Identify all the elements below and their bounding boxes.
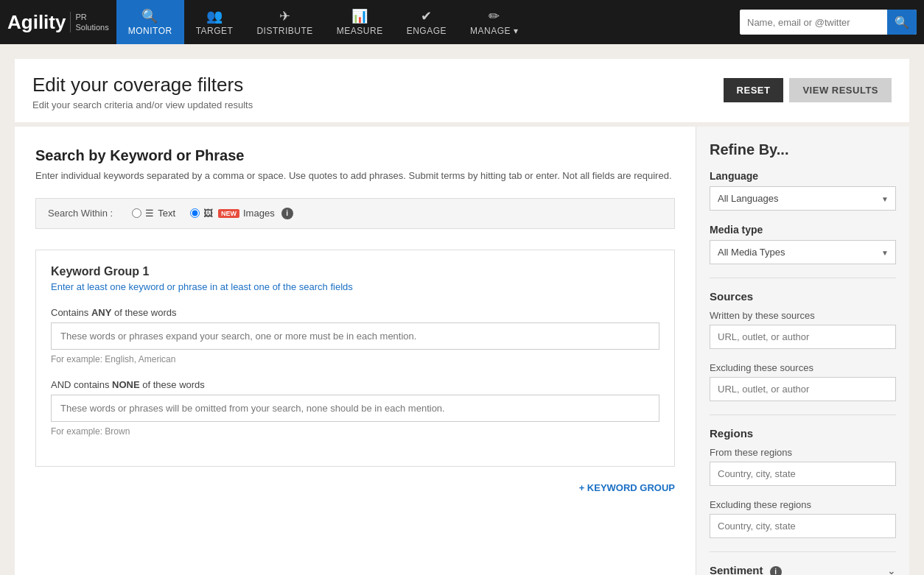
engage-icon: ✔: [421, 8, 433, 24]
media-type-select[interactable]: All Media Types Online Print TV: [710, 240, 896, 264]
contains-any-example: For example: English, American: [51, 354, 659, 364]
contains-any-label: Contains ANY of these words: [51, 307, 659, 318]
language-label: Language: [710, 170, 896, 182]
written-by-label: Written by these sources: [710, 310, 896, 321]
new-badge: NEW: [218, 209, 239, 218]
text-icon: ☰: [145, 208, 154, 219]
excluding-regions-label: Excluding these regions: [710, 499, 896, 510]
images-info-icon[interactable]: i: [281, 208, 293, 219]
monitor-icon: 🔍: [141, 8, 158, 24]
sentiment-row[interactable]: Sentiment i ⌄: [710, 551, 896, 575]
from-regions-label: From these regions: [710, 447, 896, 458]
sentiment-chevron-icon: ⌄: [887, 565, 896, 575]
nav-engage-label: ENGAGE: [407, 26, 447, 36]
nav-distribute-label: DISTRIBUTE: [256, 26, 312, 36]
search-input[interactable]: [740, 10, 887, 35]
nav-target-label: TARGET: [196, 26, 234, 36]
nav-monitor[interactable]: 🔍 MONITOR: [116, 0, 184, 44]
global-search: 🔍: [740, 10, 917, 35]
view-results-button[interactable]: VIEW RESULTS: [789, 78, 892, 102]
media-type-filter: Media type All Media Types Online Print …: [710, 224, 896, 264]
page-subtitle: Edit your search criteria and/or view up…: [32, 99, 253, 110]
page-wrapper: Edit your coverage filters Edit your sea…: [0, 44, 924, 575]
distribute-icon: ✈: [279, 8, 291, 24]
nav-manage[interactable]: ✏ MANAGE ▾: [458, 0, 530, 44]
sources-filter: Written by these sources: [710, 310, 896, 349]
text-radio-option[interactable]: ☰ Text: [132, 208, 175, 219]
page-title: Edit your coverage filters: [32, 74, 253, 96]
regions-section-label: Regions: [710, 415, 896, 440]
images-radio[interactable]: [190, 208, 200, 218]
nav-manage-label: MANAGE ▾: [470, 26, 518, 36]
text-radio[interactable]: [132, 208, 141, 218]
brand-pr-solutions: PR Solutions: [70, 12, 108, 33]
media-type-select-wrapper: All Media Types Online Print TV: [710, 240, 896, 264]
search-section-title: Search by Keyword or Phrase: [35, 147, 675, 164]
sources-section-label: Sources: [710, 278, 896, 303]
language-select[interactable]: All Languages English French Spanish: [710, 186, 896, 211]
contains-none-example: For example: Brown: [51, 426, 659, 437]
excluding-sources-filter: Excluding these sources: [710, 362, 896, 401]
excluding-sources-input[interactable]: [710, 377, 896, 401]
header-actions: RESET VIEW RESULTS: [724, 78, 892, 102]
excluding-sources-label: Excluding these sources: [710, 362, 896, 373]
contains-none-label: AND contains NONE of these words: [51, 379, 659, 390]
search-within-row: Search Within : ☰ Text 🖼 NEW Images i: [35, 198, 675, 229]
page-header: Edit your coverage filters Edit your sea…: [15, 59, 909, 122]
sentiment-info-icon[interactable]: i: [770, 566, 782, 576]
excluding-regions-filter: Excluding these regions: [710, 499, 896, 538]
refine-title: Refine By...: [710, 141, 896, 158]
navbar: Agility PR Solutions 🔍 MONITOR 👥 TARGET …: [0, 0, 924, 44]
nav-measure-label: MEASURE: [337, 26, 383, 36]
header-text: Edit your coverage filters Edit your sea…: [32, 74, 253, 110]
add-keyword-group-button[interactable]: + KEYWORD GROUP: [579, 482, 675, 493]
main-content: Search by Keyword or Phrase Enter indivi…: [15, 127, 909, 575]
nav-measure[interactable]: 📊 MEASURE: [325, 0, 395, 44]
excluding-regions-input[interactable]: [710, 514, 896, 538]
from-regions-input[interactable]: [710, 462, 896, 486]
from-regions-filter: From these regions: [710, 447, 896, 486]
search-section-desc: Enter individual keywords separated by a…: [35, 169, 675, 183]
keyword-group-desc: Enter at least one keyword or phrase in …: [51, 281, 659, 292]
nav-monitor-label: MONITOR: [128, 26, 172, 36]
keyword-group-1: Keyword Group 1 Enter at least one keywo…: [35, 250, 675, 467]
add-keyword-group: + KEYWORD GROUP: [35, 481, 675, 493]
media-type-label: Media type: [710, 224, 896, 236]
nav-distribute[interactable]: ✈ DISTRIBUTE: [245, 0, 324, 44]
written-by-input[interactable]: [710, 325, 896, 349]
search-button[interactable]: 🔍: [887, 10, 917, 35]
contains-any-input[interactable]: [51, 322, 659, 350]
measure-icon: 📊: [351, 8, 368, 24]
manage-icon: ✏: [489, 8, 500, 24]
nav-target[interactable]: 👥 TARGET: [184, 0, 245, 44]
search-within-label: Search Within :: [48, 208, 113, 219]
images-label: Images: [243, 208, 275, 219]
right-panel: Refine By... Language All Languages Engl…: [696, 127, 909, 575]
nav-engage[interactable]: ✔ ENGAGE: [395, 0, 458, 44]
left-panel: Search by Keyword or Phrase Enter indivi…: [15, 127, 696, 575]
text-label: Text: [158, 208, 175, 219]
reset-button[interactable]: RESET: [724, 78, 784, 102]
contains-none-input[interactable]: [51, 395, 659, 422]
images-radio-option[interactable]: 🖼 NEW Images i: [190, 208, 293, 219]
language-filter: Language All Languages English French Sp…: [710, 170, 896, 211]
language-select-wrapper: All Languages English French Spanish: [710, 186, 896, 211]
target-icon: 👥: [206, 8, 223, 24]
keyword-group-title: Keyword Group 1: [51, 265, 659, 278]
sentiment-label: Sentiment i: [710, 564, 782, 575]
brand-logo: Agility PR Solutions: [7, 11, 109, 34]
keyword-group-highlight: at least one: [220, 281, 270, 292]
nav-items: 🔍 MONITOR 👥 TARGET ✈ DISTRIBUTE 📊 MEASUR…: [116, 0, 740, 44]
images-icon: 🖼: [203, 208, 213, 219]
brand-name: Agility: [7, 11, 66, 34]
